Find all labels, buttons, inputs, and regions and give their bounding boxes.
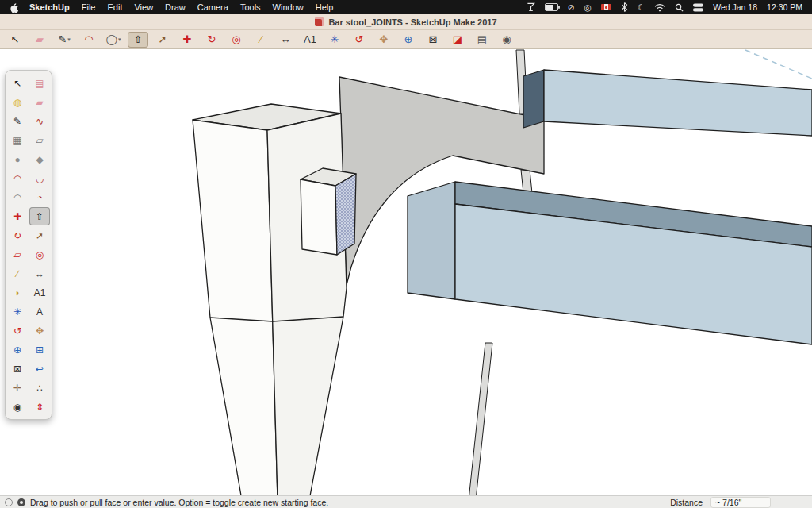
drink-icon[interactable] bbox=[527, 2, 535, 12]
zoom-window-tool[interactable]: ⊞ bbox=[29, 341, 50, 359]
offset-tool[interactable]: ◎ bbox=[29, 245, 50, 264]
section-plane-tool[interactable]: ⇕ bbox=[29, 398, 50, 416]
tenon-selected-face[interactable] bbox=[335, 174, 356, 255]
edit-menu[interactable]: Edit bbox=[107, 2, 122, 12]
line-tool[interactable]: ✎ bbox=[7, 112, 28, 130]
tool-icon: ◗ bbox=[14, 288, 20, 298]
bluetooth-icon[interactable] bbox=[621, 2, 628, 12]
arc-tool[interactable]: ◠ bbox=[7, 169, 28, 187]
control-center-icon[interactable] bbox=[693, 3, 703, 12]
tool-icon: ➚ bbox=[159, 34, 167, 44]
polygon-tool[interactable]: ◆ bbox=[29, 150, 50, 168]
menu-bar-clock[interactable]: 12:30 PM bbox=[767, 2, 802, 12]
wifi-icon[interactable] bbox=[654, 3, 665, 12]
two-point-arc-tool[interactable]: ◡ bbox=[29, 169, 50, 187]
apple-menu[interactable] bbox=[10, 2, 18, 13]
look-around-tool[interactable]: ◉ bbox=[7, 398, 28, 416]
rotated-rectangle-tool[interactable]: ▱ bbox=[29, 131, 50, 149]
model-scene bbox=[0, 49, 812, 495]
make-component-tool[interactable]: ▤ bbox=[29, 74, 50, 92]
do-not-disturb-moon-icon[interactable]: ☾ bbox=[638, 3, 645, 12]
model-info-tool[interactable]: ◉ ▾ bbox=[496, 32, 517, 48]
pan-tool[interactable]: ✥ ▾ bbox=[373, 32, 394, 48]
geolocation-icon[interactable] bbox=[5, 498, 13, 506]
rotate-tool[interactable]: ↻ bbox=[7, 226, 28, 244]
text-tool[interactable]: A1 bbox=[29, 283, 50, 302]
help-icon[interactable] bbox=[17, 498, 25, 506]
measurement-label: Distance bbox=[670, 498, 703, 507]
tool-icon: ▱ bbox=[36, 136, 43, 145]
follow-me-tool[interactable]: ➚ ▾ bbox=[152, 32, 173, 48]
camera-menu[interactable]: Camera bbox=[197, 2, 228, 12]
modeling-viewport[interactable]: ↖ ▤ ◍ ▰ ✎ ∿ bbox=[0, 49, 812, 495]
position-camera-tool[interactable]: ✛ bbox=[7, 379, 28, 397]
zoom-tool[interactable]: ⊕ bbox=[7, 341, 28, 359]
select-tool[interactable]: ↖ ▾ bbox=[5, 32, 25, 48]
tool-icon: ➚ bbox=[36, 231, 44, 241]
tool-icon: ◠ bbox=[13, 193, 21, 202]
orbit-tool[interactable]: ↺ bbox=[7, 321, 28, 340]
walk-tool[interactable]: ∴ bbox=[29, 379, 50, 397]
rectangle-tool[interactable]: ▦ bbox=[7, 131, 28, 149]
rotate-tool[interactable]: ↻ ▾ bbox=[201, 32, 222, 48]
orbit-tool[interactable]: ↺ ▾ bbox=[349, 32, 370, 48]
pan-tool[interactable]: ✥ bbox=[29, 321, 50, 340]
zoom-tool[interactable]: ⊕ ▾ bbox=[398, 32, 419, 48]
spotlight-icon[interactable] bbox=[675, 3, 684, 12]
draw-menu[interactable]: Draw bbox=[165, 2, 186, 12]
previous-view-tool[interactable]: ↩ bbox=[29, 360, 50, 378]
sketchup-menu[interactable]: SketchUp bbox=[29, 2, 70, 12]
offset-tool[interactable]: ◎ ▾ bbox=[226, 32, 247, 48]
arc-tool[interactable]: ◠ ▾ bbox=[79, 32, 99, 48]
push-pull-tool[interactable]: ⇧ ▾ bbox=[128, 32, 148, 48]
three-point-arc-tool[interactable]: ◠ bbox=[7, 188, 28, 206]
model-group bbox=[193, 70, 812, 495]
zoom-extents-tool[interactable]: ⊠ ▾ bbox=[423, 32, 443, 48]
pie-tool[interactable]: ◔ bbox=[29, 188, 50, 206]
line-tool[interactable]: ✎ ▾ bbox=[54, 32, 75, 48]
styles-tool[interactable]: ▤ ▾ bbox=[472, 32, 492, 48]
three-d-text-tool[interactable]: A bbox=[29, 302, 50, 321]
battery-icon[interactable] bbox=[545, 3, 558, 11]
move-tool[interactable]: ✚ bbox=[7, 207, 28, 225]
dimension-tool[interactable]: ↔ ▾ bbox=[275, 32, 296, 48]
dimension-tool[interactable]: ↔ bbox=[29, 264, 50, 283]
paint-bucket-tool[interactable]: ◍ bbox=[7, 93, 28, 111]
tenon-front-face[interactable] bbox=[301, 179, 337, 255]
tools-menu[interactable]: Tools bbox=[240, 2, 261, 12]
push-pull-tool[interactable]: ⇧ bbox=[29, 207, 50, 225]
select-tool[interactable]: ↖ bbox=[7, 74, 28, 92]
axes-tool[interactable]: ✳ bbox=[7, 302, 28, 321]
freehand-tool[interactable]: ∿ bbox=[29, 112, 50, 130]
far-leg-lower-segment[interactable] bbox=[469, 343, 492, 495]
far-leg-middle-segment[interactable] bbox=[521, 170, 532, 193]
menu-extra-icon-1[interactable]: ⊘ bbox=[568, 3, 575, 12]
section-plane-tool[interactable]: ◪ ▾ bbox=[447, 32, 468, 48]
upper-beam-front-face[interactable] bbox=[544, 70, 812, 136]
follow-me-tool[interactable]: ➚ bbox=[29, 226, 50, 244]
axes-tool[interactable]: ✳ ▾ bbox=[324, 32, 345, 48]
scale-tool[interactable]: ▱ bbox=[7, 245, 28, 264]
leg-left-face[interactable] bbox=[193, 120, 278, 495]
tool-icon: ◯ bbox=[105, 34, 117, 44]
menu-extra-icon-2[interactable]: ◎ bbox=[584, 3, 592, 12]
zoom-extents-tool[interactable]: ⊠ bbox=[7, 360, 28, 378]
menu-bar-date[interactable]: Wed Jan 18 bbox=[713, 2, 757, 12]
upper-beam-end-face[interactable] bbox=[523, 70, 544, 128]
country-flag-icon[interactable] bbox=[601, 4, 611, 10]
help-menu[interactable]: Help bbox=[316, 2, 334, 12]
shapes-tool[interactable]: ◯ ▾ bbox=[103, 32, 124, 48]
file-menu[interactable]: File bbox=[82, 2, 96, 12]
tape-measure-tool[interactable]: ∕ bbox=[7, 264, 28, 283]
window-menu[interactable]: Window bbox=[273, 2, 304, 12]
measurement-value-field[interactable]: ~ 7/16" bbox=[710, 497, 771, 508]
circle-tool[interactable]: ● bbox=[7, 150, 28, 168]
eraser-tool[interactable]: ▰ ▾ bbox=[29, 32, 50, 48]
text-tool[interactable]: A1 ▾ bbox=[300, 32, 320, 48]
lower-beam-end-face[interactable] bbox=[408, 182, 455, 299]
view-menu[interactable]: View bbox=[134, 2, 153, 12]
protractor-tool[interactable]: ◗ bbox=[7, 283, 28, 302]
eraser-tool[interactable]: ▰ bbox=[29, 93, 50, 111]
move-tool[interactable]: ✚ ▾ bbox=[177, 32, 197, 48]
tape-measure-tool[interactable]: ∕ ▾ bbox=[251, 32, 271, 48]
